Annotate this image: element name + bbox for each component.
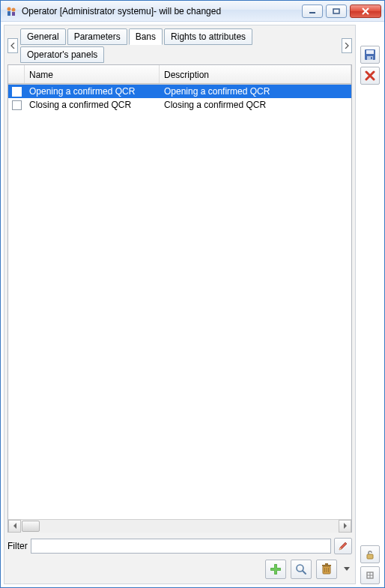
close-button[interactable] — [350, 4, 381, 18]
table-body: Opening a confirmed QCR Opening a confir… — [8, 85, 351, 519]
pencil-icon — [338, 541, 348, 551]
filter-row: Filter — [7, 537, 352, 555]
lock-icon — [365, 549, 375, 560]
tab-label: General — [27, 31, 59, 42]
tab-parameters[interactable]: Parameters — [67, 28, 127, 45]
delete-button[interactable] — [316, 560, 337, 579]
scroll-thumb[interactable] — [22, 521, 40, 532]
tab-bans[interactable]: Bans — [129, 28, 163, 45]
svg-rect-12 — [322, 565, 331, 566]
svg-rect-18 — [367, 554, 373, 559]
tab-scroll-left[interactable] — [7, 38, 18, 53]
titlebar: Operator [Administrator systemu]- will b… — [1, 1, 384, 22]
trash-icon — [321, 563, 332, 575]
window-frame: Operator [Administrator systemu]- will b… — [0, 0, 385, 588]
row-checkbox[interactable] — [12, 87, 22, 97]
svg-rect-5 — [333, 9, 339, 13]
window-buttons — [302, 4, 381, 18]
cancel-button[interactable] — [360, 67, 380, 85]
tab-label: Rights to attributes — [171, 31, 246, 42]
horizontal-scrollbar[interactable] — [8, 519, 351, 532]
filter-label: Filter — [7, 541, 28, 551]
lock-button[interactable] — [360, 545, 380, 563]
table-row[interactable]: Closing a confirmed QCR Closing a confir… — [8, 98, 351, 112]
col-header-check[interactable] — [8, 65, 25, 84]
scroll-left-arrow[interactable] — [8, 520, 21, 533]
table-header: Name Description — [8, 65, 351, 85]
app-icon — [5, 5, 17, 17]
row-checkbox[interactable] — [12, 100, 22, 110]
svg-rect-15 — [366, 50, 374, 54]
table-row[interactable]: Opening a confirmed QCR Opening a confir… — [8, 85, 351, 98]
save-icon — [364, 49, 376, 61]
bottom-toolbar — [7, 560, 352, 581]
tab-label: Operator's panels — [27, 49, 97, 60]
side-toolbar — [359, 25, 381, 584]
minimize-button[interactable] — [302, 4, 323, 18]
tabs-row: General Parameters Bans Rights to attrib… — [7, 28, 352, 63]
magnify-icon — [295, 563, 307, 575]
col-header-name[interactable]: Name — [25, 65, 160, 84]
body-area: General Parameters Bans Rights to attrib… — [1, 22, 384, 587]
svg-rect-4 — [309, 12, 315, 13]
chevron-down-icon — [344, 567, 350, 572]
tab-label: Parameters — [74, 31, 121, 42]
svg-rect-17 — [371, 57, 372, 59]
filter-edit-button[interactable] — [334, 538, 352, 554]
scroll-right-arrow[interactable] — [339, 520, 351, 533]
cell-name: Closing a confirmed QCR — [29, 100, 131, 110]
tab-general[interactable]: General — [20, 28, 66, 45]
pin-icon — [365, 570, 375, 581]
svg-rect-13 — [325, 563, 328, 565]
add-button[interactable] — [265, 560, 286, 579]
svg-point-2 — [12, 7, 16, 11]
bans-table: Name Description Opening a confirmed QCR… — [7, 64, 352, 533]
add-icon — [270, 563, 282, 575]
tab-scroll-right[interactable] — [342, 38, 352, 53]
delete-x-icon — [365, 70, 375, 81]
main-column: General Parameters Bans Rights to attrib… — [4, 25, 356, 584]
scroll-track[interactable] — [21, 520, 339, 533]
cell-name: Opening a confirmed QCR — [29, 86, 135, 97]
search-button[interactable] — [291, 560, 312, 579]
svg-rect-1 — [7, 11, 10, 16]
cell-description: Opening a confirmed QCR — [164, 86, 270, 97]
svg-rect-9 — [271, 569, 281, 571]
window-title: Operator [Administrator systemu]- will b… — [22, 6, 297, 16]
filter-input[interactable] — [31, 539, 331, 554]
svg-point-0 — [7, 7, 11, 10]
cell-description: Closing a confirmed QCR — [164, 100, 266, 110]
delete-dropdown[interactable] — [342, 560, 352, 579]
save-button[interactable] — [360, 46, 380, 64]
tab-label: Bans — [136, 31, 156, 42]
tab-rights[interactable]: Rights to attributes — [164, 28, 252, 45]
pin-button[interactable] — [360, 566, 380, 584]
tabs: General Parameters Bans Rights to attrib… — [20, 28, 337, 63]
maximize-button[interactable] — [326, 4, 347, 18]
svg-rect-3 — [12, 12, 15, 16]
tab-panels[interactable]: Operator's panels — [20, 46, 104, 63]
col-header-description[interactable]: Description — [160, 65, 351, 84]
